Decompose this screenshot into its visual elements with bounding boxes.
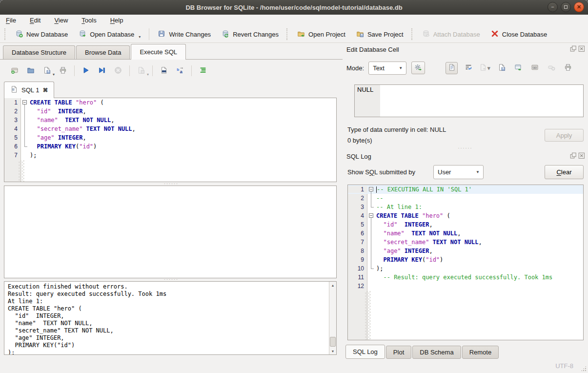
text-document-button[interactable]	[446, 62, 458, 74]
menu-file[interactable]: File	[5, 16, 17, 24]
bottom-tab-remote[interactable]: Remote	[462, 346, 499, 359]
maximize-button[interactable]	[561, 2, 571, 12]
toolbar-grip[interactable]	[286, 28, 287, 40]
resize-grip[interactable]	[581, 366, 587, 372]
print-button[interactable]	[562, 62, 574, 74]
scroll-down-icon[interactable]: ▼	[329, 348, 336, 354]
save-sql-file-button[interactable]: ▾	[41, 65, 53, 77]
find-replace-button[interactable]: ba	[174, 65, 186, 77]
toolbar-separator	[74, 65, 75, 76]
tab-execute-sql[interactable]: Execute SQL	[131, 44, 186, 60]
code-line[interactable]: 2--	[348, 194, 583, 203]
window-title: DB Browser for SQLite - /home/user/code/…	[185, 4, 402, 11]
menu-view[interactable]: View	[53, 16, 69, 24]
execute-all-icon	[82, 66, 90, 76]
toolbar-button-label: Write Changes	[169, 31, 211, 38]
bottom-tab-sql-log[interactable]: SQL Log	[345, 345, 385, 359]
sql-tab[interactable]: SQL 1 ✖	[4, 82, 54, 98]
fold-margin	[21, 124, 29, 133]
code-line[interactable]: 10);	[348, 264, 583, 273]
open-sql-file-button[interactable]	[25, 65, 37, 77]
bottom-tab-db-schema[interactable]: DB Schema	[412, 346, 461, 359]
minimize-button[interactable]: −	[547, 2, 558, 12]
submitted-by-combo[interactable]: User ▼	[433, 165, 484, 179]
fold-margin[interactable]: −	[367, 185, 375, 194]
toolbar-grip[interactable]	[4, 28, 5, 40]
fold-margin[interactable]: −	[21, 98, 29, 107]
auto-switch-mode-button[interactable]	[411, 62, 425, 74]
revert-changes-button[interactable]: Revert Changes	[216, 28, 284, 41]
format-sql-button[interactable]	[197, 65, 209, 77]
code-line[interactable]: 1−-- EXECUTING ALL IN 'SQL 1'	[348, 185, 583, 194]
open-database-button[interactable]: Open Database▾	[73, 28, 146, 41]
clear-button[interactable]: Clear	[545, 165, 584, 179]
open-project-button[interactable]: Open Project	[292, 28, 351, 41]
fold-collapse-icon[interactable]: −	[369, 213, 373, 218]
open-external-button[interactable]	[512, 62, 524, 74]
print-button[interactable]	[57, 65, 69, 77]
code-line[interactable]: 2 "id" INTEGER,	[4, 107, 336, 116]
editor-results-splitter[interactable]: ······	[0, 182, 343, 186]
fold-collapse-icon[interactable]: −	[369, 187, 373, 191]
dock-close-icon[interactable]	[578, 152, 585, 161]
dock-close-icon[interactable]	[578, 45, 585, 54]
scrollbar-thumb[interactable]	[330, 337, 336, 347]
fold-margin	[367, 255, 375, 264]
code-line[interactable]: 8 "age" INTEGER,	[348, 247, 583, 255]
execution-log-scrollbar[interactable]: ▲ ▼	[329, 282, 336, 354]
bottom-tab-plot[interactable]: Plot	[386, 346, 411, 359]
results-log-splitter[interactable]: ······	[0, 278, 343, 281]
menu-tools[interactable]: Tools	[81, 16, 97, 24]
sql-tab-close-icon[interactable]: ✖	[42, 87, 48, 93]
scroll-up-icon[interactable]: ▲	[329, 282, 336, 289]
results-grid[interactable]	[4, 186, 337, 278]
link-button[interactable]	[528, 62, 541, 74]
code-line[interactable]: 11 -- Result: query executed successfull…	[348, 273, 583, 282]
code-line[interactable]: 9 PRIMARY KEY("id")	[348, 255, 583, 264]
fold-margin[interactable]: −	[367, 211, 375, 220]
print-icon	[564, 63, 572, 73]
close-database-button[interactable]: Close Database	[486, 28, 553, 41]
cell-editor[interactable]: NULL	[354, 84, 584, 117]
export-file-button[interactable]	[495, 62, 507, 74]
code-line[interactable]: 1−CREATE TABLE "hero" (	[4, 98, 336, 107]
code-line[interactable]: 3 "name" TEXT NOT NULL,	[4, 116, 336, 124]
dock-float-icon[interactable]	[570, 152, 577, 161]
code-line[interactable]: 7);	[4, 151, 336, 160]
mode-combo[interactable]: Text ▼	[368, 62, 406, 75]
new-database-button[interactable]: New Database	[10, 28, 73, 41]
find-button[interactable]	[158, 65, 170, 77]
bottom-tab-bar: SQL LogPlotDB SchemaRemote	[345, 344, 499, 359]
code-line[interactable]: 3-- At line 1:	[348, 203, 583, 211]
code-line[interactable]: 4 "secret_name" TEXT NOT NULL,	[4, 124, 336, 133]
new-tab-button[interactable]	[9, 65, 20, 77]
close-button[interactable]: ✕	[574, 2, 584, 12]
dock-float-icon[interactable]	[570, 45, 577, 54]
code-line[interactable]: 5 "age" INTEGER,	[4, 133, 336, 142]
save-project-button[interactable]: Save Project	[351, 28, 409, 41]
execute-current-line-button[interactable]	[96, 65, 108, 77]
write-changes-button[interactable]: Write Changes	[152, 28, 216, 41]
line-number: 6	[4, 143, 21, 150]
code-line[interactable]: 12	[348, 282, 583, 290]
menu-edit[interactable]: Edit	[29, 16, 41, 24]
sql-editor[interactable]: 1−CREATE TABLE "hero" (2 "id" INTEGER,3 …	[4, 98, 337, 182]
fold-collapse-icon[interactable]: −	[22, 100, 27, 104]
word-wrap-button[interactable]	[462, 62, 474, 74]
dock-splitter[interactable]: ······	[343, 146, 588, 150]
code-line[interactable]: 4−CREATE TABLE "hero" (	[348, 211, 583, 220]
fold-margin	[21, 133, 29, 142]
toolbar-grip[interactable]	[411, 28, 412, 40]
execution-log[interactable]: Execution finished without errors. Resul…	[4, 281, 337, 355]
sql-log-editor[interactable]: 1−-- EXECUTING ALL IN 'SQL 1'2--3-- At l…	[347, 185, 584, 340]
execute-all-button[interactable]	[80, 65, 92, 77]
code-line[interactable]: 6 PRIMARY KEY("id")	[4, 142, 336, 151]
code-line[interactable]: 5 "id" INTEGER,	[348, 220, 583, 229]
code-text: "secret_name" TEXT NOT NULL,	[375, 239, 482, 246]
code-line[interactable]: 6 "name" TEXT NOT NULL,	[348, 229, 583, 238]
code-line[interactable]: 7 "secret_name" TEXT NOT NULL,	[348, 238, 583, 247]
menu-help[interactable]: Help	[109, 16, 124, 24]
tab-browse-data[interactable]: Browse Data	[76, 45, 130, 59]
fold-margin	[21, 151, 29, 160]
tab-database-structure[interactable]: Database Structure	[3, 45, 75, 59]
